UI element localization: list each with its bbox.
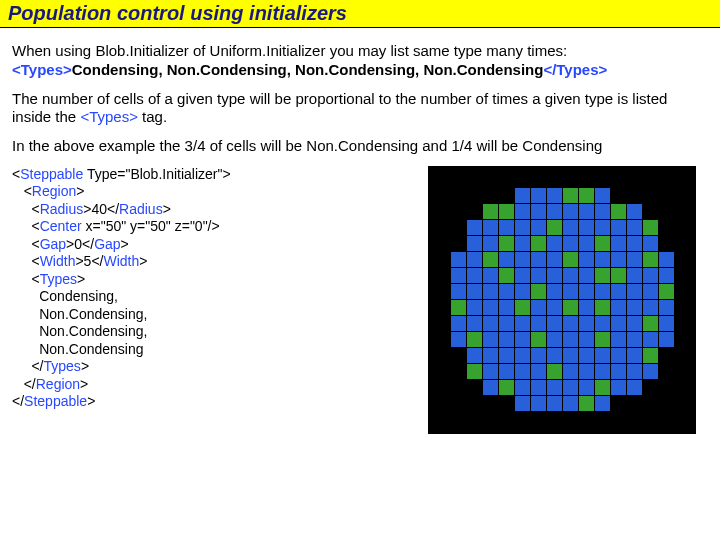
cell-empty bbox=[435, 204, 450, 219]
cell-noncondensing bbox=[467, 348, 482, 363]
cell-noncondensing bbox=[515, 204, 530, 219]
cell-noncondensing bbox=[483, 316, 498, 331]
cell-noncondensing bbox=[483, 220, 498, 235]
cell-empty bbox=[483, 172, 498, 187]
cell-empty bbox=[675, 412, 690, 427]
cell-noncondensing bbox=[499, 364, 514, 379]
cell-noncondensing bbox=[451, 252, 466, 267]
cell-noncondensing bbox=[579, 348, 594, 363]
cell-noncondensing bbox=[547, 348, 562, 363]
cell-noncondensing bbox=[499, 348, 514, 363]
cell-empty bbox=[675, 300, 690, 315]
cell-empty bbox=[435, 268, 450, 283]
cell-noncondensing bbox=[547, 316, 562, 331]
types-open-tag: <Types> bbox=[12, 61, 72, 78]
cell-empty bbox=[451, 412, 466, 427]
cell-empty bbox=[611, 188, 626, 203]
cell-empty bbox=[483, 396, 498, 411]
cell-noncondensing bbox=[563, 284, 578, 299]
cell-noncondensing bbox=[627, 236, 642, 251]
intro-paragraph: When using Blob.Initializer of Uniform.I… bbox=[12, 42, 708, 80]
cell-empty bbox=[435, 380, 450, 395]
proportion-paragraph: The number of cells of a given type will… bbox=[12, 90, 708, 128]
cell-noncondensing bbox=[483, 284, 498, 299]
cell-noncondensing bbox=[547, 268, 562, 283]
cell-noncondensing bbox=[547, 204, 562, 219]
cell-empty bbox=[579, 172, 594, 187]
cell-empty bbox=[451, 220, 466, 235]
cell-noncondensing bbox=[595, 188, 610, 203]
cell-noncondensing bbox=[547, 188, 562, 203]
para3-text: In the above example the 3/4 of cells wi… bbox=[12, 137, 602, 154]
cell-noncondensing bbox=[515, 348, 530, 363]
cell-condensing bbox=[499, 268, 514, 283]
cell-empty bbox=[675, 316, 690, 331]
cell-condensing bbox=[483, 252, 498, 267]
cell-noncondensing bbox=[531, 220, 546, 235]
para2-tag: <Types> bbox=[80, 108, 138, 125]
cell-empty bbox=[435, 396, 450, 411]
cell-empty bbox=[659, 204, 674, 219]
cell-noncondensing bbox=[483, 332, 498, 347]
cell-noncondensing bbox=[563, 348, 578, 363]
cell-empty bbox=[435, 236, 450, 251]
cell-empty bbox=[435, 300, 450, 315]
cell-noncondensing bbox=[515, 380, 530, 395]
cell-condensing bbox=[611, 204, 626, 219]
cell-empty bbox=[531, 172, 546, 187]
cell-noncondensing bbox=[579, 236, 594, 251]
cell-noncondensing bbox=[643, 364, 658, 379]
cell-noncondensing bbox=[483, 268, 498, 283]
cell-noncondensing bbox=[499, 252, 514, 267]
cell-noncondensing bbox=[563, 268, 578, 283]
cell-empty bbox=[627, 396, 642, 411]
cell-noncondensing bbox=[611, 284, 626, 299]
cell-noncondensing bbox=[563, 332, 578, 347]
cell-empty bbox=[595, 172, 610, 187]
cell-noncondensing bbox=[451, 332, 466, 347]
figure-column bbox=[420, 166, 708, 434]
cell-empty bbox=[675, 188, 690, 203]
cell-noncondensing bbox=[515, 332, 530, 347]
cell-empty bbox=[435, 348, 450, 363]
cell-noncondensing bbox=[611, 300, 626, 315]
cell-noncondensing bbox=[547, 252, 562, 267]
cell-empty bbox=[659, 348, 674, 363]
cell-noncondensing bbox=[563, 236, 578, 251]
cell-noncondensing bbox=[515, 364, 530, 379]
cell-noncondensing bbox=[627, 380, 642, 395]
cell-empty bbox=[435, 252, 450, 267]
cell-noncondensing bbox=[579, 300, 594, 315]
cell-empty bbox=[643, 380, 658, 395]
cell-noncondensing bbox=[483, 348, 498, 363]
cell-noncondensing bbox=[515, 316, 530, 331]
cell-condensing bbox=[643, 252, 658, 267]
cell-empty bbox=[675, 380, 690, 395]
cell-empty bbox=[659, 220, 674, 235]
cell-noncondensing bbox=[499, 284, 514, 299]
cell-noncondensing bbox=[547, 284, 562, 299]
cell-empty bbox=[451, 188, 466, 203]
cell-empty bbox=[627, 188, 642, 203]
title-text: Population control using initializers bbox=[8, 2, 347, 24]
cell-noncondensing bbox=[611, 316, 626, 331]
cell-empty bbox=[659, 412, 674, 427]
cell-empty bbox=[451, 172, 466, 187]
cell-noncondensing bbox=[627, 364, 642, 379]
cell-empty bbox=[499, 188, 514, 203]
cell-noncondensing bbox=[547, 396, 562, 411]
cell-empty bbox=[643, 412, 658, 427]
simulation-figure bbox=[428, 166, 696, 434]
cell-condensing bbox=[659, 284, 674, 299]
cell-noncondensing bbox=[627, 268, 642, 283]
cell-noncondensing bbox=[579, 284, 594, 299]
cell-empty bbox=[675, 172, 690, 187]
cell-noncondensing bbox=[627, 252, 642, 267]
cell-noncondensing bbox=[499, 220, 514, 235]
cell-noncondensing bbox=[467, 236, 482, 251]
cell-noncondensing bbox=[515, 188, 530, 203]
cell-noncondensing bbox=[659, 268, 674, 283]
cell-empty bbox=[579, 412, 594, 427]
cell-empty bbox=[467, 204, 482, 219]
cell-empty bbox=[675, 220, 690, 235]
